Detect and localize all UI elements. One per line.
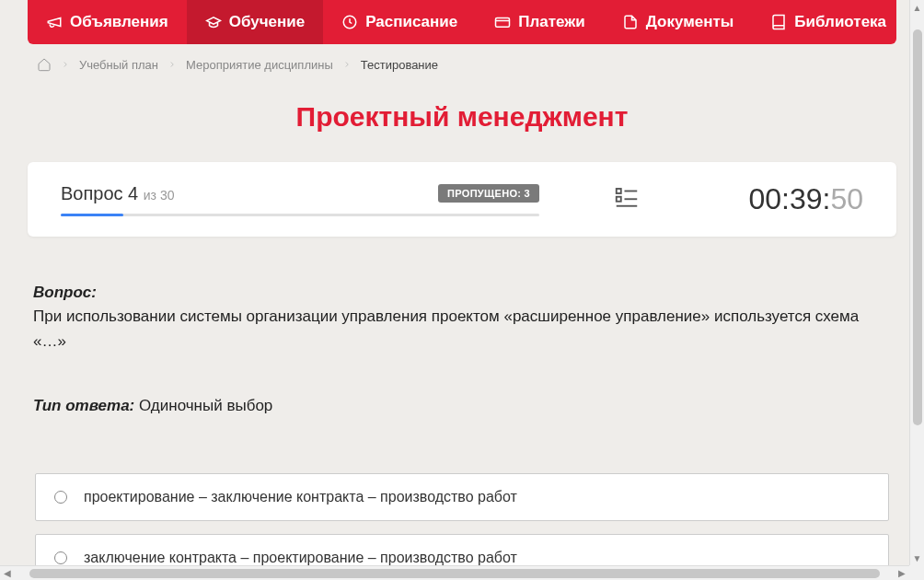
nav-label: Объявления [70, 13, 168, 31]
answer-option[interactable]: заключение контракта – проектирование – … [35, 534, 889, 565]
svg-rect-2 [617, 189, 621, 193]
question-list-button[interactable] [613, 184, 641, 215]
breadcrumb-discipline-event[interactable]: Мероприятие дисциплины [186, 58, 333, 72]
question-body: Вопрос: При использовании системы органи… [28, 281, 896, 418]
top-navigation: Объявления Обучение Расписание Платежи Д… [28, 0, 896, 44]
answer-text: заключение контракта – проектирование – … [84, 550, 517, 565]
answer-type-value: Одиночный выбор [139, 397, 272, 414]
question-label: Вопрос: [33, 284, 97, 301]
question-text-block: Вопрос: При использовании системы органи… [33, 281, 891, 354]
chevron-right-icon [167, 60, 177, 69]
nav-label: Расписание [365, 13, 457, 31]
book-icon [770, 14, 787, 30]
nav-label: Платежи [518, 13, 585, 31]
radio-icon [54, 551, 67, 564]
answers-list: проектирование – заключение контракта – … [28, 473, 896, 565]
radio-icon [54, 491, 67, 504]
card-icon [494, 14, 511, 30]
vertical-scrollbar[interactable]: ▲ ▼ [909, 0, 924, 565]
nav-item-education[interactable]: Обучение [187, 0, 323, 44]
timer-seconds: 50 [830, 182, 863, 216]
nav-item-library[interactable]: Библиотека [752, 0, 896, 44]
nav-item-schedule[interactable]: Расписание [323, 0, 476, 44]
scroll-down-arrow-icon[interactable]: ▼ [913, 551, 922, 565]
scrollbar-thumb[interactable] [913, 29, 922, 425]
nav-item-documents[interactable]: Документы [604, 0, 753, 44]
question-total: из 30 [144, 188, 175, 203]
nav-item-announcements[interactable]: Объявления [28, 0, 187, 44]
nav-label: Библиотека [794, 13, 886, 31]
scroll-right-arrow-icon[interactable]: ▶ [895, 568, 909, 578]
nav-item-payments[interactable]: Платежи [476, 0, 604, 44]
list-icon [613, 184, 641, 212]
scroll-corner [909, 565, 924, 580]
home-icon[interactable] [37, 57, 52, 72]
breadcrumb-study-plan[interactable]: Учебный план [79, 58, 158, 72]
answer-option[interactable]: проектирование – заключение контракта – … [35, 473, 889, 521]
document-icon [622, 14, 639, 30]
timer: 00:39:50 [748, 182, 863, 216]
graduation-icon [205, 14, 222, 30]
question-progress: Вопрос 4 из 30 ПРОПУЩЕНО: 3 [61, 183, 539, 216]
scroll-up-arrow-icon[interactable]: ▲ [913, 0, 922, 15]
breadcrumb: Учебный план Мероприятие дисциплины Тест… [28, 44, 896, 85]
scrollbar-thumb[interactable] [29, 569, 880, 578]
page-title: Проектный менеджмент [28, 101, 896, 133]
chevron-right-icon [342, 60, 352, 69]
scroll-left-arrow-icon[interactable]: ◀ [0, 568, 15, 578]
clock-icon [341, 14, 358, 30]
question-text: При использовании системы организации уп… [33, 307, 859, 349]
svg-rect-1 [496, 18, 510, 28]
nav-label: Документы [646, 13, 734, 31]
status-panel: Вопрос 4 из 30 ПРОПУЩЕНО: 3 00:39:5 [28, 162, 896, 237]
question-number: Вопрос 4 [61, 183, 144, 203]
answer-text: проектирование – заключение контракта – … [84, 489, 517, 505]
svg-rect-3 [617, 196, 621, 201]
progress-fill [61, 214, 123, 216]
answer-type-block: Тип ответа: Одиночный выбор [33, 394, 891, 418]
megaphone-icon [46, 14, 63, 30]
answer-type-label: Тип ответа: [33, 397, 134, 414]
skipped-badge: ПРОПУЩЕНО: 3 [438, 184, 539, 203]
chevron-right-icon [61, 60, 70, 69]
horizontal-scrollbar[interactable]: ◀ ▶ [0, 565, 909, 580]
timer-main: 00:39: [748, 182, 830, 216]
progress-bar [61, 214, 539, 216]
nav-label: Обучение [229, 13, 305, 31]
breadcrumb-testing: Тестирование [361, 58, 438, 72]
